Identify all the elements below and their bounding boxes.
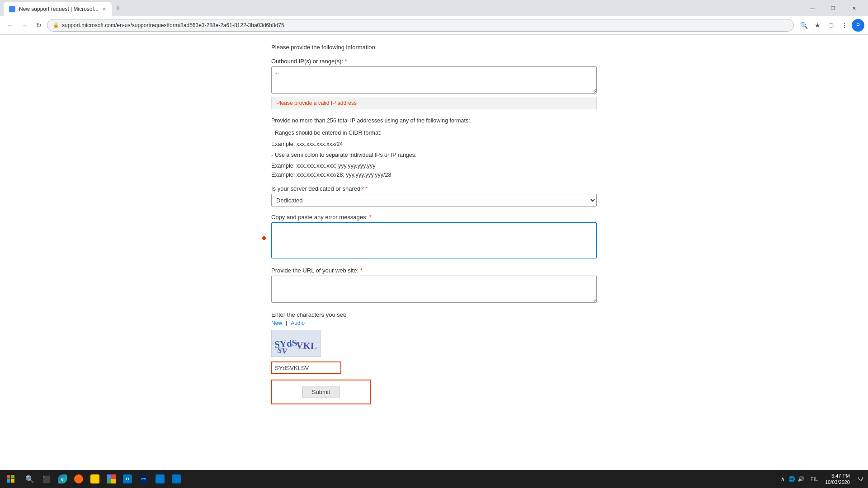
- captcha-image: SYdS VKL SV: [271, 330, 321, 357]
- address-bar[interactable]: 🔒 support.microsoft.com/en-us/supportreq…: [47, 19, 794, 32]
- outbound-ip-section: Outbound IP(s) or range(s): * Please pro…: [271, 58, 597, 109]
- forward-button[interactable]: →: [18, 19, 31, 32]
- toolbar-icons: 🔍 ★ ⬡ ⋮ P: [797, 19, 864, 32]
- captcha-label: Enter the characters you see: [271, 311, 597, 318]
- url-label: Provide the URL of your web site: *: [271, 267, 597, 274]
- bookmark-icon[interactable]: ★: [811, 19, 824, 32]
- ip-error-message: Please provide a valid IP address: [271, 97, 597, 109]
- server-type-dropdown[interactable]: Dedicated Shared: [271, 194, 597, 206]
- new-tab-button[interactable]: +: [112, 2, 124, 14]
- captcha-input[interactable]: SYdSVKLSV: [271, 361, 341, 374]
- semicolon-example1: Example: xxx.xxx.xxx.xxx; yyy.yyy.yyy.yy…: [271, 163, 597, 169]
- svg-text:SV: SV: [277, 346, 288, 356]
- captcha-section: Enter the characters you see New | Audio…: [271, 311, 597, 404]
- captcha-audio-link[interactable]: Audio: [291, 320, 305, 326]
- submit-button[interactable]: Submit: [302, 386, 340, 398]
- format-info-section: Provide no more than 256 total IP addres…: [271, 117, 597, 178]
- semicolon-example2: Example: xxx.xxx.xxx.xxx/28; yyy.yyy.yyy…: [271, 172, 597, 178]
- extension-icon[interactable]: ⬡: [825, 19, 837, 32]
- url-required-star: *: [360, 267, 363, 274]
- range-format-label: - Ranges should be entered in CIDR forma…: [271, 129, 597, 137]
- submit-area: Submit: [271, 380, 371, 404]
- server-type-section: Is your server dedicated or shared? * De…: [271, 185, 597, 206]
- profile-avatar[interactable]: P: [852, 19, 864, 32]
- tab-close-button[interactable]: ✕: [102, 6, 106, 12]
- maximize-button[interactable]: ❐: [823, 0, 844, 16]
- semicolon-label: - Use a semi colon to separate individua…: [271, 151, 597, 160]
- provide-info-label: Please provide the following information…: [271, 44, 597, 51]
- captcha-links: New | Audio: [271, 320, 597, 326]
- minimize-button[interactable]: —: [802, 0, 823, 16]
- search-icon[interactable]: 🔍: [797, 19, 810, 32]
- window-controls: — ❐ ✕: [802, 0, 864, 16]
- range-example: Example: xxx.xxx.xxx.xxx/24: [271, 141, 597, 147]
- ip-format-info: Provide no more than 256 total IP addres…: [271, 117, 597, 125]
- error-messages-input[interactable]: [271, 222, 597, 258]
- url-input[interactable]: [271, 276, 597, 303]
- captcha-separator: |: [286, 320, 287, 326]
- outbound-ip-required-star: *: [345, 58, 347, 65]
- error-messages-label: Copy and paste any error messages: *: [271, 214, 597, 221]
- lock-icon: 🔒: [53, 22, 59, 28]
- page-content: Please provide the following information…: [0, 35, 868, 469]
- server-type-label: Is your server dedicated or shared? *: [271, 185, 597, 192]
- captcha-new-link[interactable]: New: [271, 320, 282, 326]
- refresh-button[interactable]: ↻: [33, 19, 45, 32]
- error-messages-section: Copy and paste any error messages: *: [271, 214, 597, 260]
- back-button[interactable]: ←: [4, 19, 16, 32]
- form-container: Please provide the following information…: [262, 44, 606, 460]
- svg-text:VKL: VKL: [296, 340, 317, 352]
- tab-title: New support request | Microsof...: [19, 6, 99, 12]
- provide-info-section: Please provide the following information…: [271, 44, 597, 51]
- url-text: support.microsoft.com/en-us/supportreque…: [62, 22, 284, 28]
- error-messages-required-star: *: [369, 214, 372, 221]
- outbound-ip-input[interactable]: [271, 66, 597, 94]
- tab-favicon: [9, 6, 15, 12]
- server-type-required-star: *: [365, 185, 368, 192]
- tab-bar: New support request | Microsof... ✕ + — …: [0, 0, 868, 16]
- url-section: Provide the URL of your web site: *: [271, 267, 597, 304]
- active-tab[interactable]: New support request | Microsof... ✕: [4, 2, 112, 16]
- outbound-ip-label: Outbound IP(s) or range(s): *: [271, 58, 597, 65]
- settings-icon[interactable]: ⋮: [838, 19, 851, 32]
- browser-chrome: New support request | Microsof... ✕ + — …: [0, 0, 868, 35]
- address-bar-row: ← → ↻ 🔒 support.microsoft.com/en-us/supp…: [0, 16, 868, 34]
- close-button[interactable]: ✕: [844, 0, 864, 16]
- red-dot-indicator: [262, 236, 266, 240]
